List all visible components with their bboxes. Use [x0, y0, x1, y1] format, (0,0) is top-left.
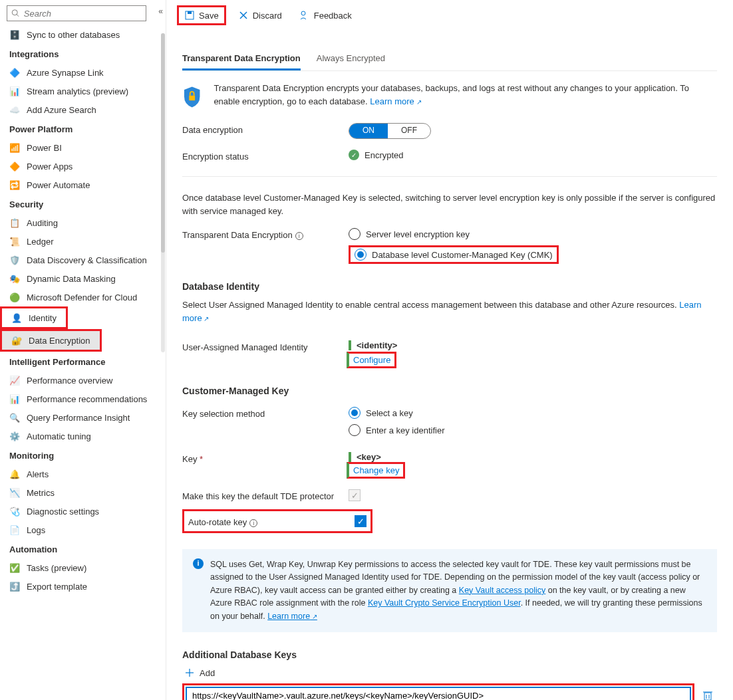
- sidebar-item-label: Automatic tuning: [27, 431, 91, 441]
- radio-db-cmk[interactable]: Database level Customer-Managed Key (CMK…: [355, 249, 553, 261]
- add-key-button[interactable]: Add: [182, 665, 218, 681]
- svg-rect-10: [704, 693, 711, 700]
- discard-button[interactable]: Discard: [233, 7, 287, 23]
- sidebar-item-search[interactable]: ☁️Add Azure Search: [0, 100, 166, 119]
- sidebar-item-perf-rec[interactable]: 📊Performance recommendations: [0, 390, 166, 408]
- sidebar-item-synapse[interactable]: 🔷Azure Synapse Link: [0, 63, 166, 82]
- sidebar-item-label: Sync to other databases: [27, 30, 120, 40]
- sidebar-item-data-encryption[interactable]: 🔐Data Encryption: [2, 331, 100, 350]
- sidebar-item-label: Logs: [27, 525, 45, 535]
- ledger-icon: 📜: [9, 236, 20, 247]
- kv-access-policy-link[interactable]: Key Vault access policy: [459, 586, 545, 595]
- sidebar-item-tasks[interactable]: ✅Tasks (preview): [0, 558, 166, 577]
- add-label: Add: [200, 668, 215, 678]
- info-icon[interactable]: i: [295, 232, 303, 240]
- sidebar-item-logs[interactable]: 📄Logs: [0, 521, 166, 539]
- main-content: Save Discard Feedback Transparent Data E…: [166, 0, 733, 700]
- key-value: <key>: [357, 452, 381, 462]
- sidebar-item-autotune[interactable]: ⚙️Automatic tuning: [0, 427, 166, 445]
- save-button[interactable]: Save: [177, 5, 226, 25]
- tab-tde[interactable]: Transparent Data Encryption: [182, 48, 301, 70]
- check-icon: ✓: [349, 150, 359, 160]
- plus-icon: [185, 668, 194, 677]
- chart-icon: 📈: [9, 375, 20, 386]
- section-perf: Intelligent Performance: [0, 352, 166, 371]
- sidebar-item-label: Stream analytics (preview): [27, 86, 128, 96]
- radio-label: Server level encryption key: [366, 229, 470, 239]
- svg-rect-7: [189, 96, 195, 100]
- sidebar-item-export[interactable]: ⤴️Export template: [0, 577, 166, 596]
- toggle-off: OFF: [388, 124, 430, 138]
- sidebar-item-auditing[interactable]: 📋Auditing: [0, 213, 166, 232]
- defender-icon: 🟢: [9, 292, 20, 302]
- sidebar-item-label: Alerts: [27, 469, 49, 479]
- sidebar-item-ledger[interactable]: 📜Ledger: [0, 232, 166, 251]
- sidebar-item-powerbi[interactable]: 📶Power BI: [0, 138, 166, 157]
- sidebar-item-powerapps[interactable]: 🔶Power Apps: [0, 157, 166, 175]
- sidebar-item-label: Identity: [29, 313, 57, 323]
- feedback-button[interactable]: Feedback: [294, 7, 357, 23]
- info-icon[interactable]: i: [249, 519, 257, 527]
- data-encryption-toggle[interactable]: ON OFF: [349, 123, 431, 139]
- tab-always-encrypted[interactable]: Always Encrypted: [317, 48, 385, 70]
- sidebar-item-powerautomate[interactable]: 🔁Power Automate: [0, 175, 166, 194]
- change-key-link[interactable]: Change key: [353, 465, 399, 475]
- label-autorotate: Auto-rotate keyi: [188, 515, 355, 527]
- masking-icon: 🎭: [9, 273, 20, 284]
- sidebar-item-alerts[interactable]: 🔔Alerts: [0, 465, 166, 483]
- sidebar-scrollbar[interactable]: [161, 33, 165, 352]
- tasks-icon: ✅: [9, 562, 20, 573]
- label-data-encryption: Data encryption: [182, 123, 349, 135]
- radio-label: Database level Customer-Managed Key (CMK…: [372, 250, 553, 260]
- classification-icon: 🛡️: [9, 255, 20, 265]
- sidebar-item-label: Power BI: [27, 143, 62, 153]
- collapse-sidebar-icon[interactable]: «: [158, 7, 163, 16]
- metrics-icon: 📉: [9, 487, 20, 498]
- radio-server-key[interactable]: Server level encryption key: [349, 228, 559, 240]
- sidebar-item-metrics[interactable]: 📉Metrics: [0, 483, 166, 502]
- learn-more-link-3[interactable]: Learn more: [267, 612, 317, 621]
- sidebar-item-label: Export template: [27, 582, 87, 592]
- learn-more-link[interactable]: Learn more: [370, 96, 421, 106]
- key-value-block: <key>: [349, 452, 381, 462]
- label-uami: User-Assigned Managed Identity: [182, 340, 349, 352]
- section-monitoring: Monitoring: [0, 445, 166, 465]
- sidebar-item-query-insight[interactable]: 🔍Query Performance Insight: [0, 408, 166, 427]
- sidebar-item-diag[interactable]: 🩺Diagnostic settings: [0, 502, 166, 521]
- sidebar-item-defender[interactable]: 🟢Microsoft Defender for Cloud: [0, 288, 166, 306]
- label-key: Key: [182, 452, 349, 464]
- heading-cmk: Customer-Managed Key: [182, 386, 717, 396]
- autorotate-checkbox[interactable]: ✓: [355, 515, 366, 527]
- logs-icon: 📄: [9, 525, 20, 535]
- section-integrations: Integrations: [0, 44, 166, 63]
- search-input[interactable]: [23, 8, 142, 19]
- svg-point-6: [301, 11, 305, 15]
- export-icon: ⤴️: [9, 581, 20, 592]
- sidebar-item-identity[interactable]: 👤Identity: [2, 308, 66, 327]
- sidebar-item-perf-overview[interactable]: 📈Performance overview: [0, 371, 166, 390]
- section-security: Security: [0, 194, 166, 213]
- sidebar-item-discovery[interactable]: 🛡️Data Discovery & Classification: [0, 251, 166, 269]
- sidebar-item-stream[interactable]: 📊Stream analytics (preview): [0, 82, 166, 100]
- key-uri-input[interactable]: [186, 687, 691, 700]
- powerbi-icon: 📶: [9, 142, 20, 153]
- delete-key-button[interactable]: [702, 693, 713, 700]
- separator: [182, 176, 717, 177]
- configure-identity-link[interactable]: Configure: [353, 355, 390, 365]
- radio-select-key[interactable]: Select a key: [349, 407, 445, 419]
- kv-crypto-role-link[interactable]: Key Vault Crypto Service Encryption User: [368, 598, 521, 608]
- search-input-wrap[interactable]: [7, 5, 146, 21]
- sidebar-item-masking[interactable]: 🎭Dynamic Data Masking: [0, 269, 166, 288]
- heading-db-identity: Database Identity: [182, 281, 717, 292]
- radio-label: Select a key: [366, 408, 413, 418]
- auditing-icon: 📋: [9, 217, 20, 228]
- feedback-icon: [299, 10, 310, 21]
- sidebar: « 🗄️ Sync to other databases Integration…: [0, 0, 166, 700]
- radio-enter-id[interactable]: Enter a key identifier: [349, 424, 445, 436]
- stream-icon: 📊: [9, 86, 20, 96]
- default-protector-checkbox: ✓: [349, 489, 361, 501]
- permissions-infobox: i SQL uses Get, Wrap Key, Unwrap Key per…: [182, 549, 717, 632]
- sidebar-item-label: Ledger: [27, 237, 53, 247]
- sidebar-item-sync[interactable]: 🗄️ Sync to other databases: [0, 25, 166, 44]
- sidebar-item-label: Dynamic Data Masking: [27, 274, 116, 284]
